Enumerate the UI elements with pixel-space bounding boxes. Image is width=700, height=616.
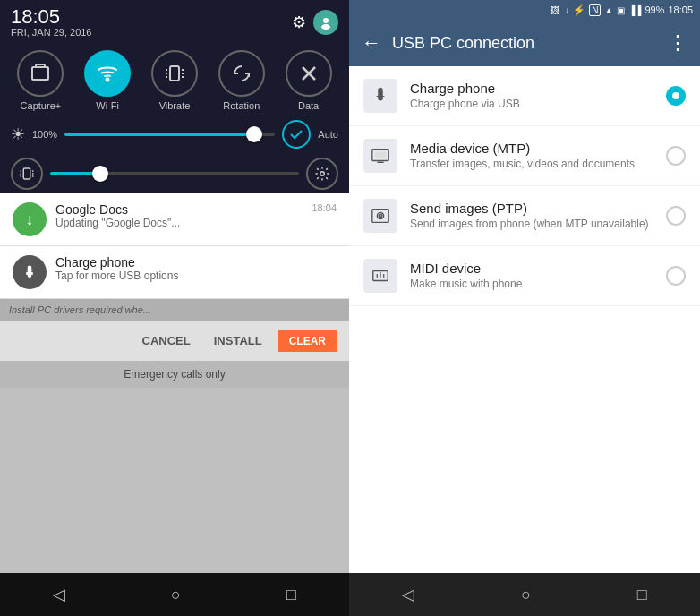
volume-slider[interactable] <box>50 172 299 175</box>
usb-status-icon: ⚡ <box>573 4 585 16</box>
notif-subtitle-docs: Updating "Google Docs"... <box>55 217 303 229</box>
usb-option-midi[interactable]: MIDI device Make music with phone <box>349 246 700 306</box>
midi-option-sub: Make music with phone <box>410 277 653 292</box>
download-icon: ↓ <box>565 5 569 15</box>
settings-btn[interactable] <box>306 158 338 190</box>
tile-data[interactable]: Data <box>286 50 332 111</box>
rotate-btn[interactable] <box>11 158 43 190</box>
auto-brightness-btn[interactable] <box>282 120 311 149</box>
ptp-option-title: Send images (PTP) <box>410 200 653 218</box>
install-button[interactable]: INSTALL <box>207 329 269 352</box>
wifi-status-icon: ▲ <box>604 5 613 15</box>
right-toolbar: ← USB PC connection ⋮ <box>349 20 700 66</box>
gear-icon[interactable]: ⚙ <box>292 13 306 32</box>
right-status-bar: 🖼 ↓ ⚡ N ▲ ▣ ▐▐ 99% 18:05 <box>349 0 700 20</box>
notif-subtitle-charge: Tap for more USB options <box>55 270 337 282</box>
usb-option-mtp[interactable]: Media device (MTP) Transfer images, musi… <box>349 126 700 186</box>
avatar[interactable] <box>313 10 338 35</box>
tile-wifi[interactable]: Wi-Fi <box>84 50 131 111</box>
emergency-text: Emergency calls only <box>0 361 349 388</box>
notif-title-charge: Charge phone <box>55 255 337 270</box>
ptp-radio[interactable] <box>666 206 686 226</box>
right-home-btn[interactable]: ○ <box>521 586 531 604</box>
wifi-label: Wi-Fi <box>96 100 119 111</box>
photo-icon: 🖼 <box>551 5 559 15</box>
mtp-option-icon <box>363 139 397 173</box>
right-recent-btn[interactable]: □ <box>637 586 647 604</box>
notif-charge-phone[interactable]: Charge phone Tap for more USB options <box>0 246 349 299</box>
svg-rect-25 <box>375 151 387 158</box>
tile-vibrate[interactable]: Vibrate <box>151 50 198 111</box>
svg-point-30 <box>379 214 382 218</box>
left-home-btn[interactable]: ○ <box>171 586 181 604</box>
wifi-icon <box>84 50 131 97</box>
charge-option-text: Charge phone Charge phone via USB <box>410 80 653 112</box>
left-recent-btn[interactable]: □ <box>286 586 296 604</box>
svg-point-1 <box>321 24 330 30</box>
tile-rotation[interactable]: Rotation <box>218 50 265 111</box>
vibrate-icon <box>151 50 198 97</box>
cancel-button[interactable]: CANCEL <box>135 329 198 352</box>
tile-capture[interactable]: Capture+ <box>17 50 64 111</box>
mtp-radio[interactable] <box>666 146 686 166</box>
svg-rect-14 <box>23 168 30 179</box>
left-back-btn[interactable]: ◁ <box>53 585 65 604</box>
left-filler <box>0 388 349 573</box>
mtp-option-text: Media device (MTP) Transfer images, musi… <box>410 140 653 172</box>
nfc-icon: N <box>589 4 601 16</box>
charge-radio[interactable] <box>666 86 686 106</box>
notif-title-docs: Google Docs <box>55 202 303 217</box>
sim-icon: ▣ <box>617 5 625 15</box>
ptp-option-text: Send images (PTP) Send images from phone… <box>410 200 653 232</box>
vibrate-label: Vibrate <box>159 100 191 111</box>
brightness-row: ☀ 100% Auto <box>0 115 349 154</box>
clear-button[interactable]: CLEAR <box>278 330 337 352</box>
brightness-icon: ☀ <box>11 124 25 144</box>
rotation-icon <box>218 50 265 97</box>
right-time: 18:05 <box>668 4 693 15</box>
right-battery: 99% <box>645 4 664 15</box>
usb-options-list: Charge phone Charge phone via USB Media … <box>349 66 700 573</box>
left-status-icons: ⚙ <box>292 10 338 35</box>
charge-option-icon <box>363 79 397 113</box>
auto-label: Auto <box>318 129 338 140</box>
right-back-btn[interactable]: ◁ <box>402 585 414 604</box>
google-docs-icon: ↓ <box>13 202 47 236</box>
midi-radio[interactable] <box>666 266 686 286</box>
svg-point-21 <box>320 172 325 176</box>
svg-point-4 <box>107 79 109 81</box>
charge-option-title: Charge phone <box>410 80 653 98</box>
more-btn[interactable]: ⋮ <box>668 31 687 55</box>
notif-content-docs: Google Docs Updating "Google Docs"... <box>55 202 303 229</box>
midi-option-title: MIDI device <box>410 260 653 278</box>
svg-rect-2 <box>32 67 48 80</box>
install-bar: Install PC drivers required whe... <box>0 299 349 321</box>
signal-icon: ▐▐ <box>628 5 641 15</box>
midi-option-text: MIDI device Make music with phone <box>410 260 653 292</box>
svg-rect-5 <box>170 66 179 81</box>
svg-rect-3 <box>36 64 45 67</box>
notif-time-docs: 18:04 <box>312 202 337 213</box>
notif-google-docs[interactable]: ↓ Google Docs Updating "Google Docs"... … <box>0 193 349 246</box>
mtp-option-title: Media device (MTP) <box>410 140 653 158</box>
rotation-label: Rotation <box>223 100 260 111</box>
left-panel: 18:05 FRI, JAN 29, 2016 ⚙ Capture+ Wi-Fi <box>0 0 349 616</box>
usb-option-ptp[interactable]: Send images (PTP) Send images from phone… <box>349 186 700 246</box>
capture-label: Capture+ <box>21 100 62 111</box>
right-nav-bar: ◁ ○ □ <box>349 573 700 616</box>
brightness-percent: 100% <box>32 129 57 140</box>
right-panel: 🖼 ↓ ⚡ N ▲ ▣ ▐▐ 99% 18:05 ← USB PC connec… <box>349 0 700 616</box>
install-bar-text: Install PC drivers required whe... <box>9 304 151 315</box>
toolbar-back-btn[interactable]: ← <box>362 31 381 55</box>
usb-option-charge[interactable]: Charge phone Charge phone via USB <box>349 66 700 126</box>
charge-phone-icon <box>13 255 47 289</box>
second-row <box>0 154 349 193</box>
brightness-slider[interactable] <box>64 133 275 136</box>
left-date: FRI, JAN 29, 2016 <box>11 27 92 38</box>
data-icon <box>286 50 332 97</box>
notif-content-charge: Charge phone Tap for more USB options <box>55 255 337 282</box>
action-bar: CANCEL INSTALL CLEAR <box>0 321 349 361</box>
ptp-option-icon <box>363 199 397 233</box>
google-docs-symbol: ↓ <box>26 210 34 229</box>
quick-tiles: Capture+ Wi-Fi Vibrate Rotation Data <box>0 41 349 115</box>
